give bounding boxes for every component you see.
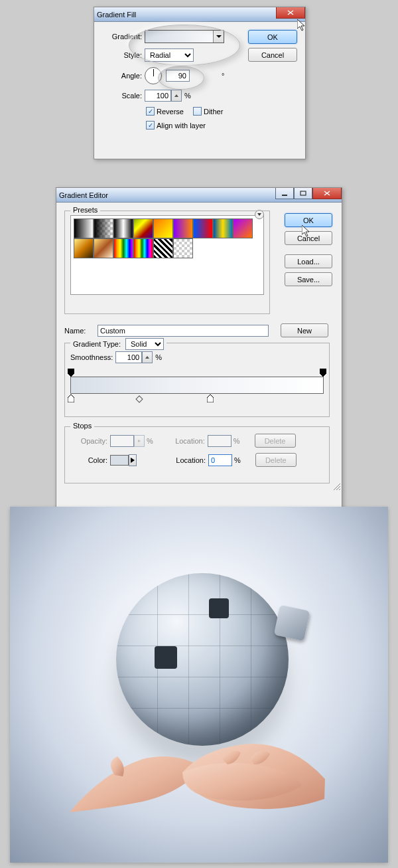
opacity-label: Opacity: <box>70 437 107 445</box>
puzzle-hole <box>209 598 229 618</box>
preset-swatch[interactable] <box>153 238 173 258</box>
color-location-input[interactable] <box>208 454 232 466</box>
dither-checkbox[interactable] <box>193 107 202 116</box>
preset-swatch[interactable] <box>94 238 113 258</box>
gradient-type-select[interactable]: Solid <box>125 338 164 350</box>
svg-rect-1 <box>300 191 306 195</box>
gradient-dropdown-arrow[interactable] <box>213 31 224 43</box>
preset-swatch[interactable] <box>173 218 193 238</box>
stops-legend: Stops <box>70 422 94 430</box>
scale-input[interactable] <box>145 90 171 102</box>
opacity-unit: % <box>147 437 153 445</box>
color-location-unit: % <box>234 456 241 464</box>
result-preview <box>10 507 388 863</box>
resize-grip-icon[interactable] <box>332 482 340 490</box>
minimize-button[interactable] <box>275 188 294 199</box>
opacity-stepper: ▸ <box>134 435 145 447</box>
reverse-label: Reverse <box>157 108 184 116</box>
gradient-label: Gradient: <box>101 33 142 41</box>
dither-label: Dither <box>204 108 223 116</box>
preset-swatch[interactable] <box>113 218 133 238</box>
color-menu-arrow[interactable] <box>129 454 137 466</box>
window-title: Gradient Editor <box>59 191 108 199</box>
opacity-stop[interactable] <box>320 369 326 375</box>
color-stop[interactable] <box>207 394 214 401</box>
preset-swatch[interactable] <box>213 218 233 238</box>
preset-swatch[interactable] <box>74 218 94 238</box>
gradient-bar[interactable] <box>70 369 324 402</box>
color-stop[interactable] <box>68 394 74 401</box>
preset-swatch[interactable] <box>133 238 153 258</box>
align-label: Align with layer <box>157 122 206 130</box>
smoothness-label: Smoothness: <box>70 353 113 361</box>
style-select[interactable]: Radial <box>145 48 194 62</box>
angle-input[interactable] <box>166 70 190 82</box>
cancel-button[interactable]: Cancel <box>248 48 297 62</box>
delete-color-button: Delete <box>255 453 297 467</box>
maximize-button[interactable] <box>294 188 312 199</box>
svg-rect-0 <box>282 195 287 196</box>
load-button[interactable]: Load... <box>285 254 332 268</box>
presets-legend: Presets <box>70 206 100 214</box>
preset-swatch[interactable] <box>173 238 193 258</box>
opacity-location-input <box>208 435 232 447</box>
delete-opacity-button: Delete <box>255 434 296 448</box>
scale-label: Scale: <box>101 92 142 100</box>
opacity-stop[interactable] <box>68 369 74 375</box>
angle-dial[interactable] <box>145 67 162 84</box>
hands <box>63 693 328 839</box>
puzzle-piece <box>274 605 310 642</box>
opacity-input <box>110 435 134 447</box>
close-button[interactable] <box>276 7 305 19</box>
window-title: Gradient Fill <box>97 11 136 19</box>
preset-swatch[interactable] <box>74 238 94 258</box>
save-button[interactable]: Save... <box>285 272 332 286</box>
scale-unit: % <box>184 92 191 100</box>
location-unit: % <box>233 437 240 445</box>
gradient-type-legend: Gradient Type: Solid <box>70 338 166 350</box>
preset-swatch[interactable] <box>193 218 213 238</box>
preset-swatch[interactable] <box>94 218 113 238</box>
new-button[interactable]: New <box>281 323 328 337</box>
angle-unit: ° <box>222 72 224 80</box>
cursor-icon <box>302 225 312 238</box>
midpoint-diamond[interactable] <box>135 395 143 402</box>
puzzle-hole <box>155 646 177 669</box>
presets-list[interactable] <box>70 215 264 295</box>
preset-swatch[interactable] <box>113 238 133 258</box>
align-checkbox[interactable]: ✓ <box>146 121 155 130</box>
location-label: Location: <box>165 437 205 445</box>
name-input[interactable] <box>98 325 269 337</box>
gradient-editor-dialog: Gradient Editor OK Cancel Load... Save..… <box>56 187 342 527</box>
gradient-fill-dialog: Gradient Fill OK Cancel Gradient: Style: <box>94 7 306 159</box>
ok-button[interactable]: OK <box>248 30 297 44</box>
color-location-label: Location: <box>166 456 206 464</box>
angle-label: Angle: <box>101 72 142 80</box>
color-well[interactable] <box>110 455 129 466</box>
presets-menu-icon[interactable] <box>255 210 264 219</box>
smoothness-input[interactable] <box>115 351 142 363</box>
titlebar[interactable]: Gradient Fill <box>94 7 305 22</box>
name-label: Name: <box>64 327 94 335</box>
preset-swatch[interactable] <box>233 218 253 238</box>
titlebar[interactable]: Gradient Editor <box>56 188 342 203</box>
reverse-checkbox[interactable]: ✓ <box>146 107 155 116</box>
preset-swatch[interactable] <box>153 218 173 238</box>
scale-stepper[interactable] <box>171 90 182 102</box>
gradient-picker[interactable] <box>145 30 224 43</box>
style-label: Style: <box>101 51 142 59</box>
smoothness-stepper[interactable] <box>142 351 153 363</box>
color-label: Color: <box>70 456 107 464</box>
smoothness-unit: % <box>155 353 162 361</box>
preset-swatch[interactable] <box>133 218 153 238</box>
close-button[interactable] <box>312 188 342 199</box>
cursor-icon <box>297 19 308 33</box>
